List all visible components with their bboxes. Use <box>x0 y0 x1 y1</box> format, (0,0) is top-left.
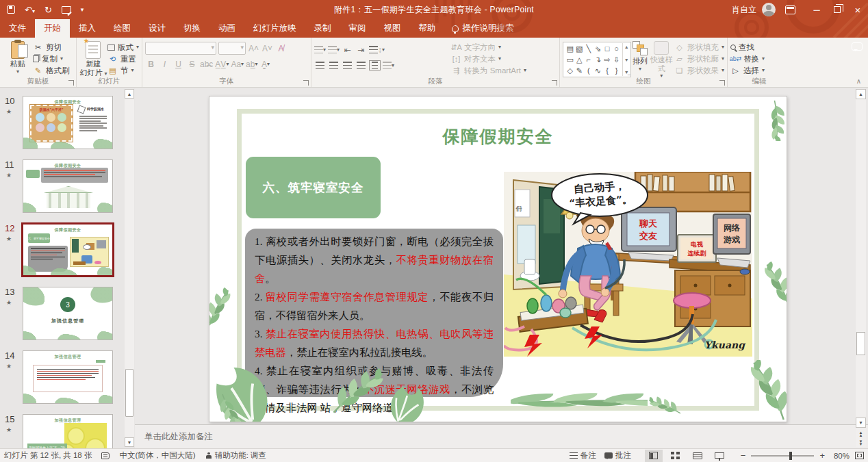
shape-icon-10[interactable]: ⇨ <box>604 56 610 64</box>
shape-icon-6[interactable]: ▭ <box>567 56 574 64</box>
slide-thumbnail-11[interactable]: 保障假期安全 <box>23 159 113 213</box>
replace-button[interactable]: ab⇄替换▾ <box>730 54 765 64</box>
zoom-slider-thumb[interactable] <box>789 452 792 460</box>
shape-icon-17[interactable]: } <box>615 67 618 75</box>
align-right-icon[interactable] <box>342 60 353 71</box>
tab-文件[interactable]: 文件 <box>0 19 35 38</box>
tab-切换[interactable]: 切换 <box>175 19 209 38</box>
normal-view-button[interactable] <box>645 450 663 462</box>
start-slideshow-icon[interactable] <box>62 6 71 14</box>
cut-button[interactable]: ✂剪切 <box>33 42 70 52</box>
notes-pane[interactable]: 单击此处添加备注 <box>135 424 868 448</box>
scroll-down-icon[interactable]: ▼ <box>856 418 866 428</box>
section-button[interactable]: ▤节▾ <box>107 66 139 75</box>
previous-slide-button[interactable]: ▲▲ <box>856 430 866 438</box>
shape-icon-16[interactable]: { <box>606 67 609 75</box>
reading-view-button[interactable] <box>689 450 706 462</box>
shape-icon-15[interactable]: ∿ <box>595 67 601 75</box>
language-indicator[interactable]: 中文(简体，中国大陆) <box>119 450 195 461</box>
spell-check-icon[interactable] <box>101 452 110 459</box>
slide-title[interactable]: 保障假期安全 <box>209 125 787 148</box>
arrange-button[interactable]: 排列▾ <box>631 40 648 72</box>
scroll-thumb[interactable] <box>856 332 865 355</box>
strikethrough-icon[interactable]: S <box>186 58 198 70</box>
font-color-icon[interactable]: A̳▾ <box>259 58 271 70</box>
undo-icon[interactable]: ↶▾ <box>25 5 35 14</box>
columns-icon[interactable]: ▾ <box>383 60 394 71</box>
shape-gallery[interactable]: ▤▧╲⇘□○▭△⌐↴⇨⇩◇✎(∿{} ▲▼▼̲ <box>563 42 631 77</box>
zoom-level[interactable]: 80% <box>830 452 850 460</box>
avatar[interactable] <box>762 3 776 16</box>
layout-button[interactable]: 版式▾ <box>107 42 139 52</box>
slide-thumbnail-15[interactable]: 加强信息管理 及时辅导并上交“五一”学生安全教育计划 <box>23 414 113 448</box>
align-center-icon[interactable] <box>328 60 340 71</box>
slideshow-view-button[interactable] <box>711 450 728 462</box>
tab-录制[interactable]: 录制 <box>305 19 340 38</box>
font-name-select[interactable] <box>145 42 216 55</box>
shape-outline-button[interactable]: ▱形状轮廓▾ <box>674 54 724 64</box>
notes-toggle[interactable]: 备注 <box>570 450 596 461</box>
text-direction-button[interactable]: ⇵A文字方向▾ <box>451 42 526 52</box>
tab-开始[interactable]: 开始 <box>35 19 70 38</box>
slide-sorter-view-button[interactable] <box>667 450 685 462</box>
zoom-in-button[interactable]: + <box>819 450 825 461</box>
new-slide-button[interactable]: 新建幻灯片 ▾ <box>79 40 107 77</box>
tab-动画[interactable]: 动画 <box>209 19 244 38</box>
underline-icon[interactable]: U <box>173 58 184 70</box>
scroll-up-icon[interactable]: ▲ <box>856 89 866 99</box>
shape-icon-14[interactable]: ( <box>587 67 590 75</box>
fit-slide-to-window-icon[interactable] <box>855 452 864 459</box>
change-case-icon[interactable]: Aa▾ <box>231 58 244 70</box>
paste-button[interactable]: 粘贴 ▾ <box>3 40 33 75</box>
main-scrollbar[interactable]: ▲ ▼ ▲▲ ▼▼ <box>856 89 866 447</box>
slide-thumbnail-12-selected[interactable]: 保障假期安全 六、筑牢寝室安全 <box>21 222 114 277</box>
char-spacing-icon[interactable]: A̲V̲▾ <box>215 58 229 70</box>
current-slide[interactable]: 保障假期安全 六、筑牢寝室安全 1. 离校或者外出时要锁好门窗，断电（必须完全拔… <box>209 96 787 422</box>
shape-icon-7[interactable]: △ <box>576 56 582 64</box>
slide-heading-box[interactable]: 六、筑牢寝室安全 <box>246 157 381 218</box>
shape-icon-8[interactable]: ⌐ <box>587 56 591 64</box>
decrease-indent-icon[interactable]: ⇤ <box>342 44 353 55</box>
slide-thumbnail-13[interactable]: 3 加强信息管理 <box>23 287 113 340</box>
font-size-select[interactable] <box>218 42 246 55</box>
tab-插入[interactable]: 插入 <box>70 19 105 38</box>
select-button[interactable]: ▷选择▾ <box>730 66 765 75</box>
tell-me-search[interactable]: 操作说明搜索 <box>445 19 521 38</box>
shape-icon-12[interactable]: ◇ <box>567 67 573 75</box>
shape-icon-5[interactable]: ○ <box>614 45 619 53</box>
font-dialog-launcher[interactable] <box>303 80 309 86</box>
customize-qat-icon[interactable]: ▾ <box>81 7 84 13</box>
next-slide-button[interactable]: ▼▼ <box>856 439 866 447</box>
zoom-slider[interactable] <box>751 455 814 457</box>
increase-font-icon[interactable]: A˄ <box>248 42 259 54</box>
shadow-icon[interactable]: ab̶c <box>200 58 213 70</box>
close-button[interactable]: × <box>847 0 868 19</box>
accessibility-status[interactable]: 辅助功能: 调查 <box>205 450 266 461</box>
panel-scroll-down-icon[interactable]: ▼ <box>125 437 134 447</box>
shape-icon-2[interactable]: ╲ <box>587 45 591 53</box>
shape-icon-1[interactable]: ▧ <box>576 45 583 53</box>
slide-body-box[interactable]: 1. 离校或者外出时要锁好门窗，断电（必须完全拔下电源插头）、关闭水龙头，不将贵… <box>245 229 503 397</box>
shape-icon-11[interactable]: ⇩ <box>613 56 620 64</box>
shape-gallery-scroll[interactable]: ▲▼▼̲ <box>622 43 630 76</box>
align-text-button[interactable]: [↕]对齐文本▾ <box>451 54 526 64</box>
shape-effects-button[interactable]: ❏形状效果▾ <box>674 66 724 75</box>
copy-button[interactable]: 复制▾ <box>33 54 70 64</box>
slide-counter[interactable]: 幻灯片 第 12 张, 共 18 张 <box>4 450 92 461</box>
user-name[interactable]: 肖自立 <box>732 4 756 16</box>
ribbon-display-options-icon[interactable] <box>785 5 795 14</box>
distribute-icon[interactable] <box>369 60 381 70</box>
justify-icon[interactable] <box>355 60 367 71</box>
panel-scrollbar[interactable]: ▲ ▼ <box>125 89 134 447</box>
dorm-cartoon-image[interactable]: 什们 聊天 <box>504 172 752 357</box>
decrease-font-icon[interactable]: A˅ <box>261 42 273 54</box>
reset-button[interactable]: ⟲重置 <box>107 54 139 64</box>
comments-icon[interactable] <box>852 42 863 51</box>
panel-scroll-thumb[interactable] <box>125 369 133 417</box>
line-spacing-icon[interactable]: ↕▾ <box>369 44 385 55</box>
quick-styles-button[interactable]: 快速样式▾ <box>649 40 674 79</box>
find-button[interactable]: 查找 <box>730 42 765 52</box>
shape-icon-9[interactable]: ↴ <box>595 56 601 64</box>
smartart-button[interactable]: ⇶转换为 SmartArt▾ <box>451 66 526 75</box>
tab-幻灯片放映[interactable]: 幻灯片放映 <box>244 19 305 38</box>
